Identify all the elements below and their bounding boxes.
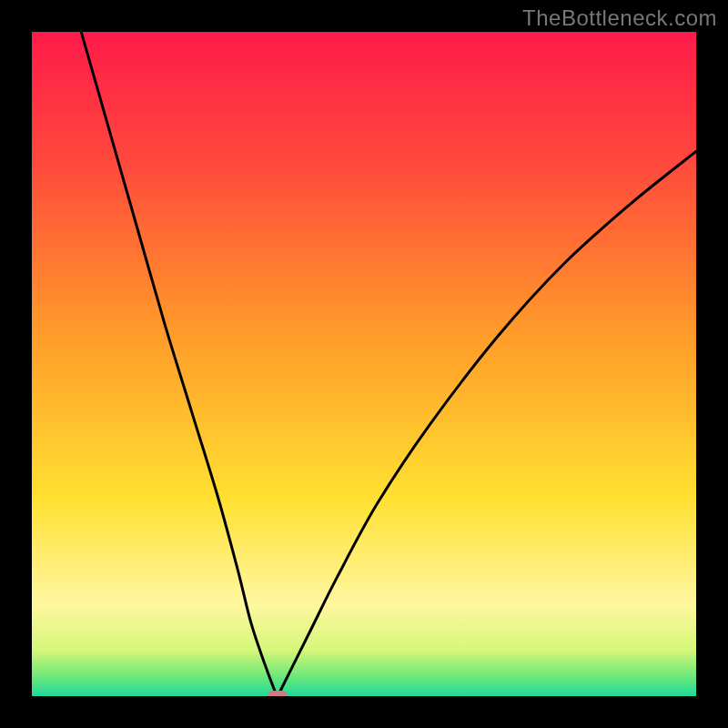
chart-figure: TheBottleneck.com (0, 0, 728, 728)
watermark-text: TheBottleneck.com (522, 5, 717, 31)
bottleneck-curve (32, 32, 696, 696)
plot-area (32, 32, 696, 696)
optimal-point-marker (268, 691, 288, 696)
